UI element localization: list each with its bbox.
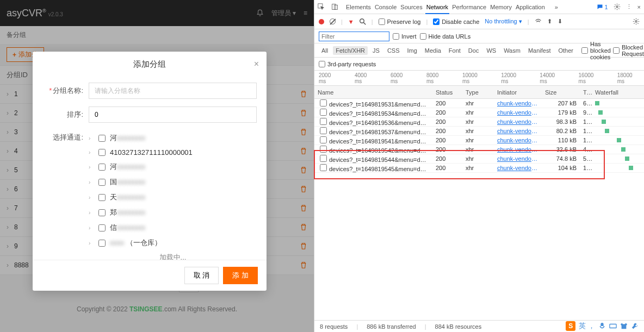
devtools-tab-application[interactable]: Application	[515, 1, 546, 13]
network-request-row[interactable]: devices?_t=1649819542&menu=device_man...…	[314, 145, 644, 154]
settings-gear-icon[interactable]	[633, 18, 640, 25]
row-checkbox[interactable]	[320, 127, 327, 134]
more-tabs-icon[interactable]: »	[555, 4, 558, 10]
filter-type-js[interactable]: JS	[370, 46, 382, 55]
channel-item[interactable]: ›410327132711110000001	[89, 146, 257, 159]
waterfall-bar	[629, 166, 633, 170]
filter-type-img[interactable]: Img	[405, 46, 420, 55]
hide-data-urls-checkbox[interactable]: Hide data URLs	[420, 33, 471, 40]
kebab-icon[interactable]: ⋮	[626, 3, 632, 10]
devtools-tab-console[interactable]: Console	[374, 1, 398, 13]
devtools-tab-elements[interactable]: Elements	[345, 1, 372, 13]
channel-item[interactable]: ›天xxxxxxxx	[89, 190, 257, 205]
record-icon[interactable]	[319, 19, 324, 24]
filter-type-font[interactable]: Font	[446, 46, 463, 55]
blocked-requests-checkbox[interactable]: Blocked Requests	[613, 44, 644, 57]
sort-input[interactable]	[89, 107, 257, 123]
gear-icon[interactable]	[614, 3, 621, 10]
filter-type-ws[interactable]: WS	[484, 46, 499, 55]
channel-checkbox[interactable]	[98, 209, 106, 216]
network-request-row[interactable]: devices?_t=1649819536&menu=device_man...…	[314, 117, 644, 127]
channel-checkbox[interactable]	[98, 149, 106, 156]
waterfall-bar	[605, 129, 609, 133]
skin-icon[interactable]	[620, 322, 628, 330]
blocked-cookies-checkbox[interactable]: Has blocked cookies	[581, 41, 611, 60]
channel-checkbox[interactable]	[98, 194, 106, 201]
network-request-row[interactable]: devices?_t=1649819545&menu=device_man...…	[314, 164, 644, 173]
upload-icon[interactable]: ⬆	[547, 18, 552, 25]
messages-badge[interactable]: 1	[597, 4, 608, 10]
chevron-right-icon: ›	[89, 135, 94, 141]
network-request-row[interactable]: devices?_t=1649819544&menu=device_man...…	[314, 154, 644, 164]
svg-point-4	[360, 18, 364, 23]
channel-label-text: 国xxxxxxxx	[110, 177, 145, 187]
channel-checkbox[interactable]	[98, 179, 106, 186]
device-icon[interactable]	[331, 3, 338, 10]
channel-label-text: 郑xxxxxxxx	[110, 208, 145, 217]
row-checkbox[interactable]	[320, 109, 327, 116]
channel-checkbox[interactable]	[98, 135, 106, 142]
filter-type-css[interactable]: CSS	[385, 46, 403, 55]
chevron-right-icon: ›	[89, 210, 94, 216]
row-checkbox[interactable]	[320, 136, 327, 143]
inspect-icon[interactable]	[318, 3, 325, 10]
devtools-tab-memory[interactable]: Memory	[489, 1, 513, 13]
clear-icon[interactable]	[330, 18, 336, 24]
row-checkbox[interactable]	[320, 155, 327, 162]
channel-item[interactable]: ›河xxxxxxxx	[89, 130, 257, 146]
channel-item[interactable]: ›国xxxxxxxx	[89, 174, 257, 190]
filter-type-other[interactable]: Other	[555, 46, 576, 55]
channel-checkbox[interactable]	[98, 224, 106, 231]
network-request-row[interactable]: devices?_t=1649819534&menu=device_man...…	[314, 108, 644, 117]
channel-item[interactable]: ›郑xxxxxxxx	[89, 205, 257, 220]
waterfall-bar	[621, 147, 626, 152]
network-request-row[interactable]: devices?_t=1649819541&menu=device_man...…	[314, 136, 644, 145]
channel-item[interactable]: ›河xxxxxxxx	[89, 159, 257, 174]
wifi-icon[interactable]	[535, 18, 542, 25]
row-checkbox[interactable]	[320, 164, 327, 171]
network-filter-input[interactable]	[319, 32, 389, 41]
preserve-log-checkbox[interactable]: Preserve log	[379, 18, 421, 25]
filter-icon[interactable]: ▼	[348, 18, 354, 25]
confirm-button[interactable]: 添 加	[223, 267, 258, 284]
tool-icon[interactable]	[631, 322, 639, 330]
row-checkbox[interactable]	[320, 118, 327, 125]
network-request-row[interactable]: devices?_t=1649819537&menu=device_man...…	[314, 127, 644, 136]
invert-checkbox[interactable]: Invert	[393, 33, 417, 40]
third-party-checkbox[interactable]: 3rd-party requests	[319, 61, 376, 67]
search-icon[interactable]	[360, 18, 366, 25]
network-request-row[interactable]: devices?_t=1649819531&menu=device_man...…	[314, 99, 644, 108]
throttling-select[interactable]: No throttling ▾	[485, 18, 522, 25]
timeline[interactable]: 2000 ms4000 ms6000 ms8000 ms10000 ms1200…	[314, 71, 644, 86]
group-name-input[interactable]	[89, 83, 257, 99]
devtools-tab-performance[interactable]: Performance	[451, 1, 487, 13]
channel-checkbox[interactable]	[98, 240, 106, 247]
mic-icon[interactable]	[598, 322, 606, 330]
filter-type-fetch-xhr[interactable]: Fetch/XHR	[333, 46, 368, 55]
keyboard-icon[interactable]	[609, 322, 617, 330]
loading-text: 加载中...	[89, 250, 257, 260]
row-checkbox[interactable]	[320, 99, 327, 107]
close-icon[interactable]: ×	[254, 59, 259, 69]
channel-checkbox[interactable]	[98, 164, 106, 171]
channel-item[interactable]: ›信xxxxxxxx	[89, 220, 257, 235]
devtools-close-icon[interactable]: ×	[637, 4, 641, 10]
filter-type-media[interactable]: Media	[422, 46, 444, 55]
group-name-label: *分组名称:	[42, 86, 89, 96]
filter-type-doc[interactable]: Doc	[466, 46, 482, 55]
devtools-panel: Elements Console Sources Network Perform…	[314, 0, 644, 332]
sogou-icon[interactable]: S	[566, 321, 575, 331]
row-checkbox[interactable]	[320, 146, 327, 153]
filter-type-manifest[interactable]: Manifest	[525, 46, 554, 55]
devtools-tab-sources[interactable]: Sources	[399, 1, 423, 13]
ime-bar: S 英 ，	[566, 321, 639, 331]
devtools-tab-network[interactable]: Network	[425, 1, 449, 14]
channel-label-text: 天xxxxxxxx	[110, 192, 145, 202]
filter-type-wasm[interactable]: Wasm	[501, 46, 523, 55]
filter-type-all[interactable]: All	[319, 46, 331, 55]
waterfall-bar	[602, 120, 606, 124]
channel-item[interactable]: ›xxxx （一仓库）	[89, 235, 257, 250]
download-icon[interactable]: ⬇	[558, 18, 562, 25]
disable-cache-checkbox[interactable]: Disable cache	[433, 18, 479, 25]
cancel-button[interactable]: 取 消	[184, 267, 219, 284]
